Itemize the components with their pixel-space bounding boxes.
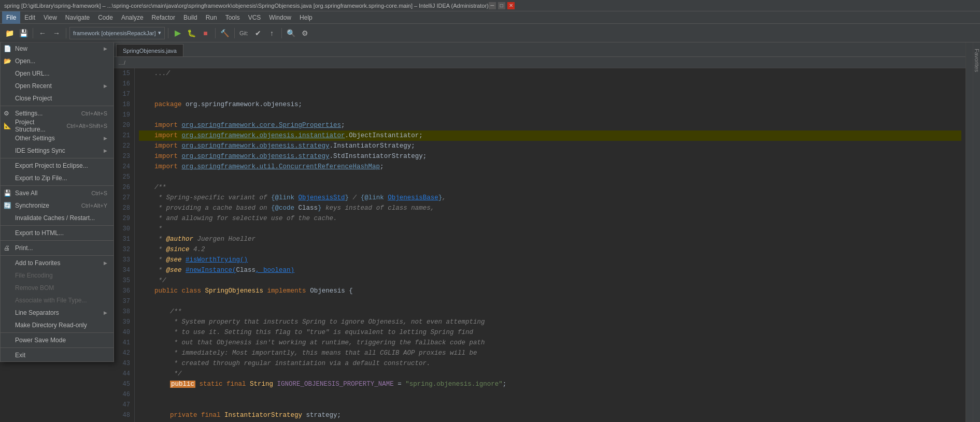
editor-breadcrumb: …/ — [114, 57, 965, 68]
menu-settings[interactable]: ⚙ Settings... Ctrl+Alt+S — [1, 107, 113, 120]
toolbar-back-btn[interactable]: ← — [36, 27, 49, 39]
menu-print-label: Print... — [15, 244, 33, 252]
code-line-21: import org.springframework.objenesis.ins… — [139, 130, 961, 141]
menu-open[interactable]: 📂 Open... — [1, 55, 113, 67]
main-area: 📄 New 📂 Open... Open URL... Open Recent … — [0, 42, 980, 422]
title-bar: spring [D:\gitLibrary\spring-framework] … — [0, 0, 980, 11]
code-line-47 — [139, 400, 961, 410]
menu-item-code[interactable]: Code — [94, 11, 117, 24]
menu-ide-settings-sync[interactable]: IDE Settings Sync — [1, 144, 113, 157]
menu-make-readonly[interactable]: Make Directory Read-only — [1, 319, 113, 331]
editor-tab-spring-objenesis[interactable]: SpringObjenesis.java — [116, 44, 183, 56]
menu-item-analyze[interactable]: Analyze — [117, 11, 148, 24]
menu-other-settings[interactable]: Other Settings — [1, 132, 113, 144]
sync-shortcut: Ctrl+Alt+Y — [81, 202, 107, 209]
breadcrumb-path: …/ — [118, 60, 125, 66]
code-line-16 — [139, 79, 961, 89]
menu-item-window[interactable]: Window — [265, 11, 295, 24]
divider8 — [1, 347, 113, 348]
menu-item-refactor[interactable]: Refactor — [148, 11, 179, 24]
code-line-26: /** — [139, 182, 961, 193]
menu-open-recent[interactable]: Open Recent — [1, 80, 113, 92]
menu-power-save[interactable]: Power Save Mode — [1, 334, 113, 346]
menu-item-view[interactable]: View — [39, 11, 61, 24]
chevron-down-icon: ▾ — [158, 30, 161, 36]
code-line-35: */ — [139, 275, 961, 286]
menu-associate-file-type: Associate with File Type... — [1, 294, 113, 307]
settings-menu-icon: ⚙ — [4, 110, 9, 117]
menu-item-help[interactable]: Help — [295, 11, 317, 24]
code-line-41: * out that Objenesis isn't working at ru… — [139, 338, 961, 348]
close-button[interactable]: ✕ — [507, 2, 515, 9]
settings-btn[interactable]: ⚙ — [299, 27, 311, 39]
favorites-bar[interactable]: Favorites — [973, 42, 980, 422]
toolbar-sep5 — [234, 28, 235, 38]
search-everywhere-btn[interactable]: 🔍 — [285, 27, 297, 39]
menu-project-structure[interactable]: 📐 Project Structure... Ctrl+Alt+Shift+S — [1, 120, 113, 132]
toolbar-sep2 — [66, 28, 66, 38]
toolbar-sep3 — [168, 28, 168, 38]
menu-other-settings-label: Other Settings — [15, 135, 55, 142]
menu-item-run[interactable]: Run — [202, 11, 221, 24]
project-structure-icon: 📐 — [4, 122, 11, 129]
minimize-button[interactable]: ─ — [489, 2, 496, 9]
project-selector[interactable]: framework [objenesisRepackJar] ▾ — [69, 27, 165, 39]
code-line-15: .../ — [139, 68, 961, 79]
menu-item-tools[interactable]: Tools — [221, 11, 244, 24]
toolbar-sep4 — [215, 28, 216, 38]
build-button[interactable]: 🔨 — [219, 27, 231, 39]
toolbar-forward-btn[interactable]: → — [50, 27, 63, 39]
menu-exit-label: Exit — [15, 352, 25, 359]
menu-line-separators[interactable]: Line Separators — [1, 307, 113, 319]
menu-item-file[interactable]: File — [2, 11, 20, 24]
run-button[interactable]: ▶ — [172, 27, 184, 39]
code-line-20: import org.springframework.core.SpringPr… — [139, 120, 961, 130]
code-line-23: import org.springframework.objenesis.str… — [139, 151, 961, 162]
toolbar-open-btn[interactable]: 📁 — [3, 27, 16, 39]
divider3 — [1, 185, 113, 186]
code-line-25 — [139, 172, 961, 182]
code-line-27: * Spring-specific variant of {@link Obje… — [139, 193, 961, 203]
menu-remove-bom: Remove BOM — [1, 282, 113, 294]
toolbar-save-btn[interactable]: 💾 — [17, 27, 30, 39]
menu-export-html[interactable]: Export to HTML... — [1, 227, 113, 239]
menu-ide-settings-sync-label: IDE Settings Sync — [15, 147, 65, 154]
menu-new[interactable]: 📄 New — [1, 42, 113, 55]
menu-exit[interactable]: Exit — [1, 349, 113, 361]
sync-icon: 🔄 — [4, 202, 11, 209]
code-line-36: public class SpringObjenesis implements … — [139, 286, 961, 296]
toolbar-sep6 — [281, 28, 282, 38]
menu-export-zip[interactable]: Export to Zip File... — [1, 172, 113, 184]
code-line-19 — [139, 110, 961, 120]
menu-item-navigate[interactable]: Navigate — [61, 11, 94, 24]
menu-print[interactable]: 🖨 Print... — [1, 242, 113, 254]
git-push-btn[interactable]: ↑ — [266, 27, 278, 39]
favorites-label[interactable]: Favorites — [974, 47, 980, 74]
menu-export-eclipse[interactable]: Export Project to Eclipse... — [1, 159, 113, 172]
debug-button[interactable]: 🐛 — [186, 27, 198, 39]
code-line-17 — [139, 89, 961, 99]
code-content[interactable]: .../ package org.springframework.objenes… — [135, 68, 965, 422]
code-line-40: * to use it. Setting this flag to "true"… — [139, 327, 961, 338]
menu-invalidate-caches[interactable]: Invalidate Caches / Restart... — [1, 212, 113, 224]
menu-item-edit[interactable]: Edit — [20, 11, 39, 24]
code-line-43: * created through regular instantiation … — [139, 358, 961, 369]
maximize-button[interactable]: □ — [498, 2, 505, 9]
git-commit-btn[interactable]: ✔ — [252, 27, 264, 39]
menu-add-to-favorites[interactable]: Add to Favorites — [1, 257, 113, 269]
menu-export-eclipse-label: Export Project to Eclipse... — [15, 162, 88, 169]
right-panel — [965, 42, 973, 422]
menu-open-url[interactable]: Open URL... — [1, 67, 113, 80]
menu-item-build[interactable]: Build — [179, 11, 202, 24]
code-line-42: * immediately: Most importantly, this me… — [139, 348, 961, 358]
menu-save-all[interactable]: 💾 Save All Ctrl+S — [1, 187, 113, 199]
menu-close-project[interactable]: Close Project — [1, 92, 113, 105]
git-update-btn[interactable]: Git: — [238, 27, 250, 39]
menu-item-vcs[interactable]: VCS — [244, 11, 265, 24]
menu-synchronize[interactable]: 🔄 Synchronize Ctrl+Alt+Y — [1, 199, 113, 212]
toolbar: 📁 💾 ← → framework [objenesisRepackJar] ▾… — [0, 24, 980, 42]
menu-associate-file-type-label: Associate with File Type... — [15, 297, 87, 304]
stop-button[interactable]: ■ — [200, 27, 212, 39]
menu-file-encoding: File Encoding — [1, 269, 113, 282]
divider6 — [1, 255, 113, 256]
